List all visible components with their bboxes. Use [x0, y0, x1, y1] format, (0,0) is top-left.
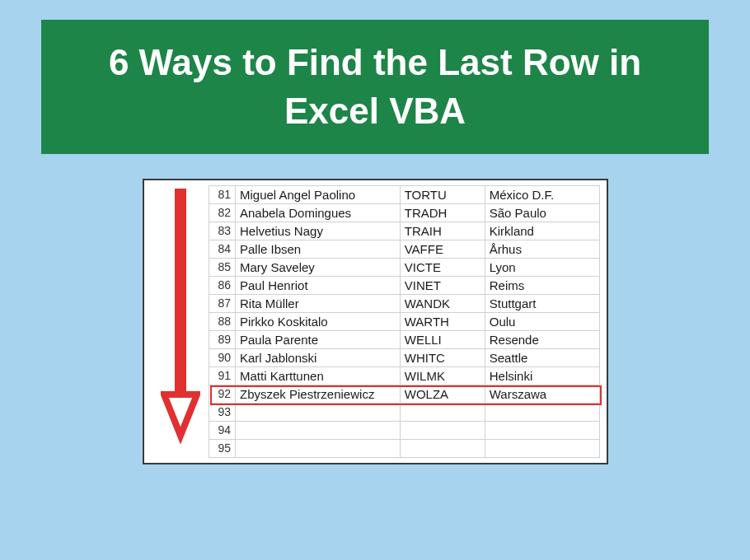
city-cell: [485, 439, 599, 457]
table-row: 91Matti KarttunenWILMKHelsinki: [151, 366, 600, 385]
city-cell: [485, 421, 599, 439]
city-cell: Stuttgart: [485, 294, 599, 312]
code-cell: VINET: [400, 276, 485, 294]
name-cell: Mary Saveley: [236, 258, 401, 276]
row-number-cell: 83: [209, 222, 236, 240]
city-cell: Kirkland: [485, 222, 599, 240]
table-row: 90Karl JablonskiWHITCSeattle: [151, 348, 600, 366]
name-cell: Anabela Domingues: [236, 203, 401, 222]
row-number-cell: 85: [209, 258, 236, 276]
code-cell: WILMK: [400, 366, 485, 385]
code-cell: WOLZA: [400, 385, 485, 403]
row-number-cell: 95: [209, 439, 236, 457]
table-row: 84Palle IbsenVAFFEÅrhus: [151, 240, 600, 258]
name-cell: Miguel Angel Paolino: [236, 185, 401, 203]
row-number-cell: 84: [209, 240, 236, 258]
name-cell: Paula Parente: [236, 330, 401, 348]
city-cell: Resende: [485, 330, 599, 348]
row-number-cell: 92: [209, 385, 236, 403]
city-cell: Oulu: [485, 312, 599, 330]
row-number-cell: 88: [209, 312, 236, 330]
row-number-cell: 82: [209, 203, 236, 222]
table-row: 83Helvetius NagyTRAIHKirkland: [151, 222, 600, 240]
code-cell: VICTE: [400, 258, 485, 276]
code-cell: WELLI: [400, 330, 485, 348]
spreadsheet-table: 81Miguel Angel PaolinoTORTUMéxico D.F.82…: [151, 185, 600, 458]
table-row: 89Paula ParenteWELLIResende: [151, 330, 600, 348]
row-number-cell: 93: [209, 403, 236, 421]
city-cell: São Paulo: [485, 203, 599, 222]
table-row: 94: [151, 421, 600, 439]
name-cell: Zbyszek Piestrzeniewicz: [236, 385, 401, 403]
table-row: 92Zbyszek PiestrzeniewiczWOLZAWarszawa: [151, 385, 600, 403]
code-cell: [400, 439, 485, 457]
city-cell: Seattle: [485, 348, 599, 366]
row-number-cell: 90: [209, 348, 236, 366]
code-cell: [400, 403, 485, 421]
table-row: 88Pirkko KoskitaloWARTHOulu: [151, 312, 600, 330]
city-cell: Århus: [485, 240, 599, 258]
table-row: 93: [151, 403, 600, 421]
name-cell: Pirkko Koskitalo: [236, 312, 401, 330]
row-number-cell: 81: [209, 185, 236, 203]
name-cell: [236, 439, 401, 457]
name-cell: [236, 403, 401, 421]
table-row: 85Mary SaveleyVICTELyon: [151, 258, 600, 276]
row-number-cell: 87: [209, 294, 236, 312]
name-cell: Rita Müller: [236, 294, 401, 312]
code-cell: WANDK: [400, 294, 485, 312]
row-number-cell: 89: [209, 330, 236, 348]
table-row: 95: [151, 439, 600, 457]
city-cell: Reims: [485, 276, 599, 294]
name-cell: Palle Ibsen: [236, 240, 401, 258]
city-cell: Helsinki: [485, 366, 599, 385]
page-title: 6 Ways to Find the Last Row in Excel VBA: [41, 20, 709, 154]
code-cell: WARTH: [400, 312, 485, 330]
row-number-cell: 86: [209, 276, 236, 294]
name-cell: [236, 421, 401, 439]
city-cell: [485, 403, 599, 421]
code-cell: WHITC: [400, 348, 485, 366]
city-cell: Lyon: [485, 258, 599, 276]
name-cell: Helvetius Nagy: [236, 222, 401, 240]
table-row: 87Rita MüllerWANDKStuttgart: [151, 294, 600, 312]
row-number-cell: 91: [209, 366, 236, 385]
name-cell: Karl Jablonski: [236, 348, 401, 366]
svg-rect-0: [175, 189, 186, 394]
row-number-cell: 94: [209, 421, 236, 439]
down-arrow-icon: [161, 189, 200, 444]
city-cell: México D.F.: [485, 185, 599, 203]
code-cell: TORTU: [400, 185, 485, 203]
svg-marker-1: [164, 394, 197, 436]
table-row: 82Anabela DominguesTRADHSão Paulo: [151, 203, 600, 222]
table-row: 81Miguel Angel PaolinoTORTUMéxico D.F.: [151, 185, 600, 203]
name-cell: Matti Karttunen: [236, 366, 401, 385]
code-cell: VAFFE: [400, 240, 485, 258]
city-cell: Warszawa: [485, 385, 599, 403]
code-cell: TRADH: [400, 203, 485, 222]
table-row: 86Paul HenriotVINETReims: [151, 276, 600, 294]
name-cell: Paul Henriot: [236, 276, 401, 294]
spreadsheet-panel: 81Miguel Angel PaolinoTORTUMéxico D.F.82…: [143, 179, 608, 464]
code-cell: [400, 421, 485, 439]
code-cell: TRAIH: [400, 222, 485, 240]
